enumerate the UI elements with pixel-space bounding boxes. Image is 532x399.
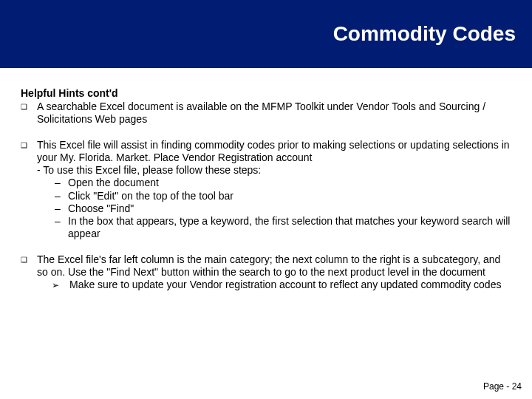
dash-item: – In the box that appears, type a keywor… — [55, 215, 511, 240]
arrow-text: Make sure to update your Vendor registra… — [69, 279, 501, 292]
square-bullet-icon: ❑ — [21, 253, 37, 292]
bullet-text: A searchable Excel document is available… — [37, 100, 511, 126]
bullet-main-text: The Excel file's far left column is the … — [37, 253, 500, 278]
steps-intro: - To use this Excel file, please follow … — [37, 164, 511, 177]
bullet-item: ❑ A searchable Excel document is availab… — [21, 100, 511, 126]
dash-item: – Click "Edit" on the top of the tool ba… — [55, 190, 511, 202]
arrow-list: ➢ Make sure to update your Vendor regist… — [52, 279, 511, 292]
dash-text: Choose "Find" — [68, 202, 134, 215]
dash-icon: – — [55, 190, 68, 202]
dash-text: Click "Edit" on the top of the tool bar — [68, 190, 233, 202]
dash-text: In the box that appears, type a keyword,… — [68, 215, 511, 240]
slide-body: Helpful Hints cont'd ❑ A searchable Exce… — [0, 68, 532, 292]
arrow-item: ➢ Make sure to update your Vendor regist… — [52, 279, 511, 292]
bullet-text: This Excel file will assist in finding c… — [37, 139, 511, 240]
bullet-text: The Excel file's far left column is the … — [37, 253, 511, 292]
page-number: Page - 24 — [483, 381, 522, 392]
arrow-icon: ➢ — [52, 279, 69, 292]
square-bullet-icon: ❑ — [21, 100, 37, 126]
dash-item: – Choose "Find" — [55, 202, 511, 215]
dash-icon: – — [55, 177, 68, 189]
square-bullet-icon: ❑ — [21, 139, 37, 240]
dash-list: – Open the document – Click "Edit" on th… — [55, 177, 511, 239]
dash-icon: – — [55, 202, 68, 215]
section-heading: Helpful Hints cont'd — [21, 87, 511, 100]
slide-header: Commodity Codes — [0, 0, 532, 68]
slide-title: Commodity Codes — [333, 22, 516, 46]
bullet-item: ❑ This Excel file will assist in finding… — [21, 139, 511, 240]
bullet-main-text: This Excel file will assist in finding c… — [37, 139, 510, 163]
dash-text: Open the document — [68, 177, 159, 189]
dash-icon: – — [55, 215, 68, 240]
dash-item: – Open the document — [55, 177, 511, 189]
bullet-item: ❑ The Excel file's far left column is th… — [21, 253, 511, 292]
